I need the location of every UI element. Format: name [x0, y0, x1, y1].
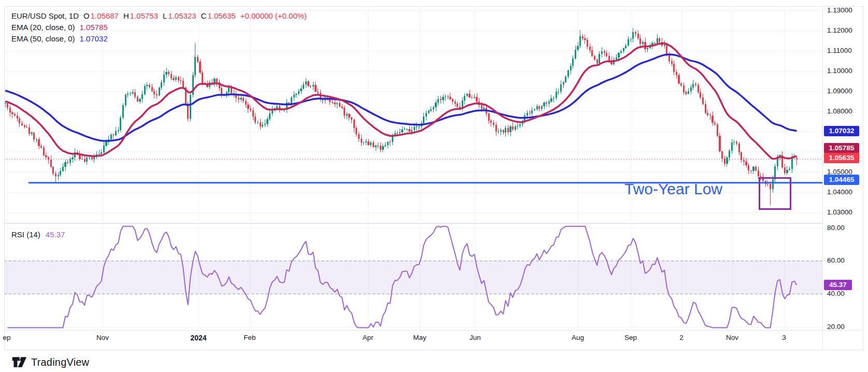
close-label: C — [201, 10, 207, 22]
rsi-badge: 45.37 — [824, 280, 852, 290]
tradingview-attribution[interactable]: TradingView — [11, 355, 89, 369]
rsi-tick: 60.00 — [827, 256, 845, 265]
price-tick: 1.09000 — [827, 87, 852, 95]
ema20-value: 1.05785 — [80, 22, 108, 33]
last-price-badge: 1.05635 — [824, 153, 859, 163]
legend-row-symbol[interactable]: EUR/USD Spot, 1D O 1.05687 H 1.05753 L 1… — [11, 10, 307, 22]
rsi-tick: 40.00 — [827, 290, 845, 298]
time-label: Feb — [244, 334, 255, 341]
rsi-legend[interactable]: RSI (14) 45.37 — [11, 230, 65, 239]
ema20-label[interactable]: EMA (20, close, 0) — [11, 22, 75, 33]
two-year-low-label[interactable]: Two-Year Low — [624, 180, 722, 198]
price-tick: 1.03000 — [827, 208, 852, 217]
time-label: Apr — [362, 334, 373, 341]
tradingview-logo-icon — [11, 355, 27, 369]
time-label: Aug — [572, 334, 584, 341]
time-label: Nov — [96, 334, 109, 341]
price-tick: 1.08000 — [827, 107, 852, 116]
time-label: 2 — [679, 334, 684, 341]
price-tick: 1.10000 — [827, 67, 852, 75]
high-label: H — [123, 10, 129, 22]
two-year-low-box-drawing[interactable] — [759, 177, 791, 210]
rsi-value: 45.37 — [46, 230, 65, 239]
ema50-value: 1.07032 — [80, 33, 108, 45]
support-badge: 1.04465 — [824, 175, 859, 185]
rsi-tick: 20.00 — [827, 323, 845, 331]
time-label: 3 — [782, 334, 786, 341]
open-label: O — [83, 10, 90, 22]
open-value: 1.05687 — [91, 10, 119, 22]
time-label: Nov — [726, 334, 738, 341]
time-label: Jun — [469, 334, 481, 341]
price-tick: 1.13000 — [827, 6, 852, 15]
time-label: Sep — [624, 334, 637, 341]
tradingview-chart-widget: EUR/USD Spot, 1D O 1.05687 H 1.05753 L 1… — [0, 0, 868, 372]
symbol-title[interactable]: EUR/USD Spot, 1D — [11, 10, 79, 22]
time-label: ep — [3, 334, 10, 341]
ohlc-low: L 1.05323 — [163, 10, 196, 22]
ema20-badge: 1.05785 — [824, 143, 859, 153]
change-value: +0.00000 (+0.00%) — [240, 10, 307, 22]
time-label: May — [413, 334, 426, 341]
price-tick: 1.11000 — [827, 47, 852, 55]
price-tick: 1.12000 — [827, 26, 852, 35]
pane-divider[interactable] — [4, 223, 822, 224]
symbol-legend[interactable]: EUR/USD Spot, 1D O 1.05687 H 1.05753 L 1… — [11, 10, 307, 45]
ohlc-close: C 1.05635 — [201, 10, 236, 22]
high-value: 1.05753 — [130, 10, 158, 22]
legend-row-ema20[interactable]: EMA (20, close, 0) 1.05785 — [11, 22, 307, 33]
rsi-tick: 80.00 — [827, 224, 845, 232]
ohlc-high: H 1.05753 — [123, 10, 158, 22]
close-value: 1.05635 — [207, 10, 235, 22]
rsi-label[interactable]: RSI (14) — [11, 230, 40, 239]
low-label: L — [163, 10, 167, 22]
ohlc-open: O 1.05687 — [83, 10, 119, 22]
ema50-badge: 1.07032 — [824, 126, 859, 136]
tradingview-logo-text: TradingView — [31, 356, 89, 368]
legend-row-ema50[interactable]: EMA (50, close, 0) 1.07032 — [11, 33, 307, 45]
ema50-label[interactable]: EMA (50, close, 0) — [11, 33, 75, 45]
low-value: 1.05323 — [168, 10, 196, 22]
price-tick: 1.04000 — [827, 188, 852, 196]
time-label: 2024 — [190, 334, 206, 342]
chart-frame — [4, 6, 863, 350]
